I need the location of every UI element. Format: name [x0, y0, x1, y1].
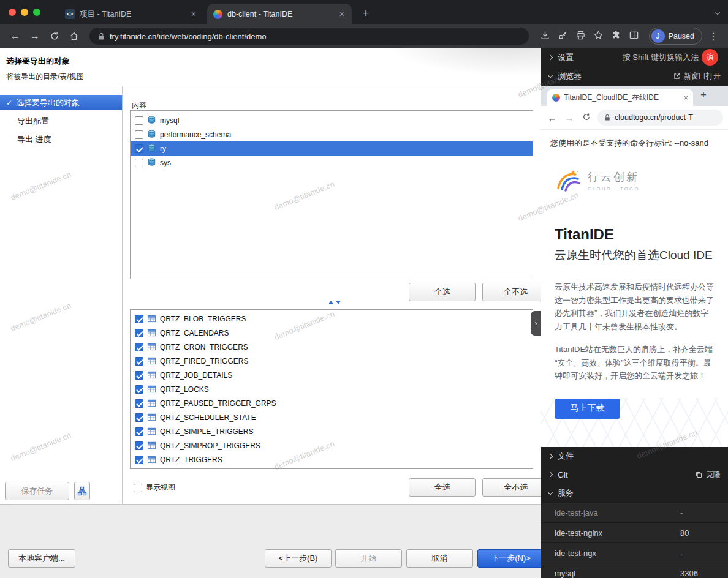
row-checkbox[interactable]	[135, 441, 143, 450]
close-tab-icon[interactable]: ×	[683, 93, 688, 102]
browser-tab-project[interactable]: <> 项目 - TitanIDE ×	[59, 4, 203, 24]
save-task-button[interactable]: 保存任务	[5, 482, 69, 500]
wizard-step-export-config[interactable]: 导出配置	[0, 113, 122, 129]
wizard-step-select-objects[interactable]: ✓ 选择要导出的对象	[0, 95, 122, 110]
side-panel-icon[interactable]	[629, 30, 639, 43]
profile-chip[interactable]: J Paused	[649, 28, 702, 45]
tab-search-chevron-icon[interactable]	[716, 6, 719, 17]
table-row[interactable]: QRTZ_TRIGGERS	[131, 452, 533, 467]
files-section-header[interactable]: 文件	[541, 447, 728, 465]
download-button[interactable]: 马上下载	[555, 399, 620, 419]
row-checkbox[interactable]	[135, 159, 143, 167]
back-icon[interactable]: ←	[546, 113, 558, 123]
browser-tab-db-client[interactable]: db-client - TitanIDE ×	[207, 4, 352, 24]
service-port: -	[680, 549, 683, 558]
minimize-window-button[interactable]	[21, 9, 28, 16]
splitter-handle[interactable]	[328, 301, 341, 304]
panel-expander-handle[interactable]: ›	[531, 311, 541, 336]
export-structure-button[interactable]	[74, 482, 90, 500]
service-name: ide-test-ngx	[555, 549, 596, 558]
database-row[interactable]: sys	[131, 156, 533, 170]
print-icon[interactable]	[575, 30, 586, 43]
start-button[interactable]: 开始	[335, 549, 402, 568]
tab-title: db-client - TitanIDE	[227, 10, 333, 18]
settings-section-header[interactable]: 设置 按 Shift 键切换输入法	[541, 48, 728, 67]
select-all-button[interactable]: 全选	[409, 478, 476, 497]
select-none-button[interactable]: 全不选	[482, 478, 541, 497]
forward-icon[interactable]: →	[563, 113, 575, 123]
table-row[interactable]: QRTZ_PAUSED_TRIGGER_GRPS	[131, 396, 533, 410]
bookmark-star-icon[interactable]	[593, 30, 604, 43]
new-tab-button[interactable]: +	[358, 6, 373, 21]
row-checkbox[interactable]	[135, 144, 143, 153]
database-row[interactable]: mysql	[131, 113, 533, 127]
download-icon[interactable]	[540, 30, 550, 43]
reload-icon[interactable]	[45, 28, 64, 45]
extensions-icon[interactable]	[611, 30, 621, 43]
embedded-address-bar[interactable]: cloudtogo.cn/product-T	[597, 110, 723, 126]
browser-menu-icon[interactable]: ⋮	[705, 31, 722, 42]
database-row[interactable]: performance_schema	[131, 127, 533, 141]
service-row[interactable]: ide-test-ngx -	[541, 542, 728, 563]
services-section-header[interactable]: 服务	[541, 484, 728, 502]
select-all-button[interactable]: 全选	[409, 283, 476, 301]
panel-section-list: 文件 Git 克隆 服务 ide-test-java - ide-test-ng…	[541, 447, 728, 578]
row-checkbox[interactable]	[135, 456, 143, 464]
key-icon[interactable]	[558, 30, 568, 43]
back-icon[interactable]: ←	[6, 28, 25, 45]
arrow-up-icon	[328, 301, 333, 304]
row-checkbox[interactable]	[135, 116, 143, 125]
cancel-button[interactable]: 取消	[406, 549, 473, 568]
service-row[interactable]: ide-test-java -	[541, 502, 728, 522]
row-checkbox[interactable]	[135, 329, 143, 337]
local-client-button[interactable]: 本地客户端...	[8, 549, 75, 568]
close-window-button[interactable]	[9, 9, 16, 16]
table-row[interactable]: QRTZ_SIMPROP_TRIGGERS	[131, 438, 533, 452]
table-row[interactable]: QRTZ_LOCKS	[131, 382, 533, 396]
row-checkbox[interactable]	[135, 315, 143, 323]
service-row[interactable]: mysql 3306	[541, 563, 728, 578]
service-row[interactable]: ide-test-nginx 80	[541, 522, 728, 542]
select-none-button[interactable]: 全不选	[482, 283, 541, 301]
reload-icon[interactable]	[580, 113, 593, 123]
address-bar[interactable]: try.titanide.cn/ide/web/coding/db-client…	[89, 28, 529, 45]
row-checkbox[interactable]	[135, 343, 143, 351]
row-checkbox[interactable]	[135, 427, 143, 436]
demo-badge[interactable]: 演	[702, 49, 718, 66]
row-checkbox[interactable]	[135, 371, 143, 380]
row-checkbox[interactable]	[135, 385, 143, 394]
database-list[interactable]: mysql performance_schema ry	[130, 110, 533, 279]
table-row[interactable]: QRTZ_BLOB_TRIGGERS	[131, 312, 533, 326]
row-checkbox[interactable]	[135, 413, 143, 422]
table-list[interactable]: QRTZ_BLOB_TRIGGERS QRTZ_CALENDARS QRTZ_C…	[130, 309, 533, 469]
table-name: QRTZ_TRIGGERS	[160, 456, 222, 464]
browser-section-header[interactable]: 浏览器 新窗口打开	[541, 67, 728, 86]
table-row[interactable]: QRTZ_SIMPLE_TRIGGERS	[131, 424, 533, 438]
row-checkbox[interactable]	[135, 130, 143, 139]
table-row[interactable]: QRTZ_FIRED_TRIGGERS	[131, 354, 533, 368]
open-new-window-button[interactable]: 新窗口打开	[673, 71, 721, 81]
show-views-checkbox[interactable]	[134, 484, 142, 492]
row-checkbox[interactable]	[135, 399, 143, 408]
home-icon[interactable]	[65, 28, 83, 45]
git-clone-button[interactable]: 克隆	[695, 470, 721, 480]
git-section-header[interactable]: Git 克隆	[541, 465, 728, 484]
show-views-option[interactable]: 显示视图	[134, 482, 175, 493]
database-row[interactable]: ry	[131, 141, 533, 156]
close-tab-icon[interactable]: ×	[338, 9, 346, 19]
wizard-step-list: ✓ 选择要导出的对象 导出配置 导出 进度	[0, 86, 123, 504]
close-tab-icon[interactable]: ×	[190, 9, 197, 19]
table-row[interactable]: QRTZ_CRON_TRIGGERS	[131, 340, 533, 354]
table-row[interactable]: QRTZ_SCHEDULER_STATE	[131, 410, 533, 424]
next-step-button[interactable]: 下一步(N)>	[477, 549, 541, 568]
forward-icon[interactable]: →	[26, 28, 44, 45]
row-checkbox[interactable]	[135, 357, 143, 366]
table-row[interactable]: QRTZ_CALENDARS	[131, 326, 533, 340]
fullscreen-window-button[interactable]	[33, 9, 40, 16]
new-tab-button[interactable]: +	[700, 89, 707, 101]
embedded-browser-tab[interactable]: TitanIDE_CloudIDE_在线IDE ×	[547, 89, 693, 106]
wizard-step-export-progress[interactable]: 导出 进度	[0, 132, 122, 147]
table-row[interactable]: QRTZ_JOB_DETAILS	[131, 368, 533, 382]
table-row[interactable]: gen_table	[131, 467, 533, 469]
previous-step-button[interactable]: <上一步(B)	[265, 549, 332, 568]
